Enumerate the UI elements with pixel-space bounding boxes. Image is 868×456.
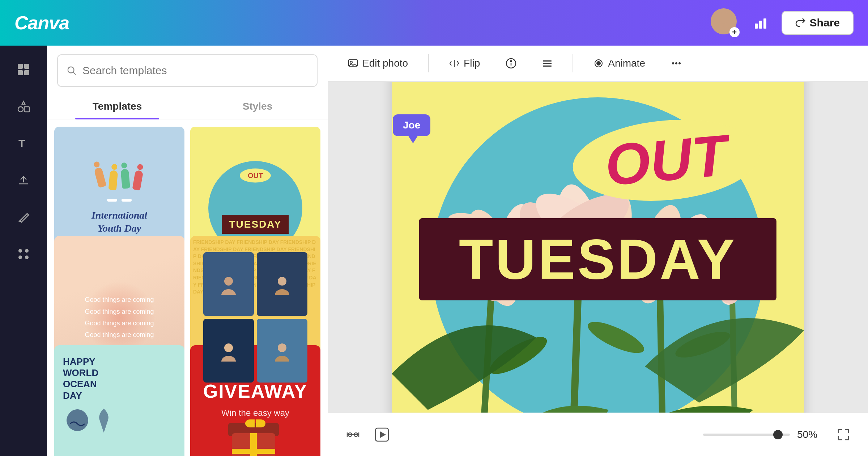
sidebar-item-grid[interactable] [10,56,37,83]
svg-rect-6 [24,64,29,69]
svg-point-52 [678,62,681,64]
ocean-decoration [63,406,113,435]
share-button[interactable]: Share [782,11,854,35]
search-box[interactable] [57,54,318,87]
header-right: + Share [711,8,854,37]
svg-point-15 [25,256,29,259]
tab-styles[interactable]: Styles [187,93,328,119]
svg-rect-46 [543,63,552,64]
analytics-button[interactable] [750,12,771,34]
svg-point-32 [221,356,236,362]
edit-photo-button[interactable]: Edit photo [342,54,414,73]
header: Canva + Share [0,0,868,46]
svg-point-14 [18,256,22,259]
toolbar: Edit photo Flip Animate [328,46,868,82]
svg-point-31 [224,343,233,352]
sidebar-item-text[interactable]: T [10,130,37,156]
zoom-controls: 50% [703,425,854,445]
avatar-plus-btn[interactable]: + [729,27,740,37]
play-button[interactable] [371,424,393,446]
svg-point-33 [278,343,286,352]
share-label: Share [810,17,840,29]
svg-point-28 [221,289,236,295]
tab-templates[interactable]: Templates [47,93,187,119]
ocean-inner: HAPPYWORLDOCEANDAY [54,345,184,456]
canvas-out-text: OUT [603,123,730,198]
animate-icon [593,58,604,68]
svg-point-51 [675,62,677,64]
svg-rect-7 [18,70,23,75]
friend-photo-3 [203,319,254,383]
text-align-icon [541,58,553,69]
bottom-left-buttons [342,424,393,446]
giveaway-subtitle: Win the easy way [221,408,289,418]
user-avatar-wrapper[interactable]: + [711,8,740,37]
more-options-button[interactable] [665,52,687,74]
svg-marker-91 [380,431,386,438]
sidebar-item-apps[interactable] [10,241,37,267]
tabs-row: Templates Styles [47,93,328,119]
timeline-button[interactable] [342,424,364,446]
zoom-slider-track[interactable] [703,434,790,436]
svg-point-30 [275,289,289,295]
template-card-ocean[interactable]: HAPPYWORLDOCEANDAY [54,345,184,456]
svg-point-34 [275,356,289,362]
gift-bow [245,419,265,427]
timeline-icon [345,427,361,443]
flip-button[interactable]: Flip [443,54,486,73]
search-area [47,46,328,87]
svg-point-0 [718,12,729,24]
edit-photo-icon [348,58,358,68]
sidebar: T [0,46,47,456]
canvas-flowers [392,156,804,453]
flip-label: Flip [464,58,480,69]
logo: Canva [14,12,69,34]
svg-text:T: T [18,137,25,149]
svg-point-16 [68,67,74,73]
svg-point-58 [584,316,648,359]
svg-rect-47 [543,66,552,67]
svg-point-9 [18,107,23,112]
expand-icon [837,428,850,441]
flip-icon [449,58,459,68]
search-input[interactable] [82,64,308,77]
svg-rect-3 [759,21,762,29]
bottom-toolbar: 50% [328,413,868,456]
info-button[interactable] [500,52,522,74]
canvas-tuesday-banner: TUESDAY [419,218,776,300]
tuesday-out-oval: OUT [240,169,271,183]
svg-rect-5 [18,64,23,69]
gift-ribbon-v [232,449,275,454]
info-icon [505,58,517,69]
svg-point-27 [224,277,233,286]
ocean-title: HAPPYWORLDOCEANDAY [63,356,98,401]
sidebar-item-upload[interactable] [10,167,37,193]
svg-point-12 [18,249,22,253]
friendship-photos [203,252,307,383]
sidebar-item-elements[interactable] [10,93,37,119]
youth-title: InternationalYouth Day [92,209,147,235]
toolbar-divider-2 [573,54,573,72]
expand-button[interactable] [833,425,854,445]
template-card-friendship[interactable]: FRIENDSHIP DAY FRIENDSHIP DAY FRIENDSHIP… [190,236,320,399]
joe-tooltip: Joe [393,114,430,136]
templates-grid: InternationalYouth Day OUT TUESDAY [47,119,328,456]
zoom-percent: 50% [797,429,826,440]
text-align-button[interactable] [536,52,558,74]
sidebar-item-draw[interactable] [10,204,37,230]
friend-photo-1 [203,252,254,316]
template-panel: Templates Styles InternationalYouth Day [47,46,328,456]
animate-button[interactable]: Animate [588,54,651,73]
main-canvas[interactable]: OUT TUESDAY [392,41,804,453]
svg-point-49 [597,62,600,65]
joe-bubble: Joe [393,114,430,136]
tuesday-banner: TUESDAY [222,215,289,234]
search-icon [67,65,77,76]
svg-point-29 [278,277,286,286]
more-options-icon [671,58,682,69]
svg-rect-10 [24,107,29,112]
svg-rect-8 [24,70,29,75]
svg-rect-45 [543,60,552,62]
toolbar-divider-1 [428,54,429,72]
zoom-slider-thumb[interactable] [773,430,783,439]
